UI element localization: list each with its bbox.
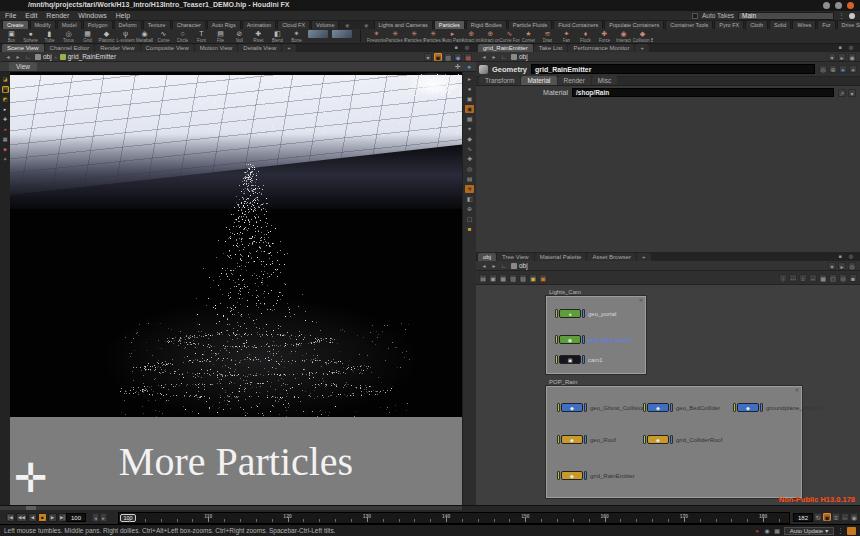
pane-tab[interactable]: obj	[478, 253, 496, 261]
toolbar-icon[interactable]: ◆	[2, 146, 9, 153]
toolbar-icon[interactable]: ↗	[838, 89, 846, 97]
shelf-tab[interactable]: Lights and Cameras	[374, 21, 433, 29]
toolbar-icon[interactable]: ▸	[2, 106, 9, 113]
toolbar-icon[interactable]: ✛	[454, 63, 462, 71]
pane-tab[interactable]: Performance Monitor	[568, 44, 634, 52]
network-canvas[interactable]: Lights_Cam ✕ ● geo_portal ◉ grid_light_b…	[476, 285, 860, 505]
shelf-tab[interactable]: Particles	[434, 21, 465, 29]
toolbar-icon[interactable]: ●	[465, 63, 473, 71]
pane-tab[interactable]: Render View	[95, 44, 139, 52]
toolbar-icon[interactable]: ▣	[2, 86, 9, 93]
toolbar-icon[interactable]: ◎	[465, 165, 474, 173]
viewport-horizontal-scrollbar[interactable]	[0, 506, 462, 510]
node-template-flag[interactable]	[557, 403, 560, 412]
toolbar-icon[interactable]: ▸	[100, 513, 107, 522]
params-path-root[interactable]: obj	[511, 53, 528, 60]
pane-tab[interactable]: +	[635, 44, 649, 52]
shelf-tab[interactable]: Wires	[792, 21, 816, 29]
toolbar-icon[interactable]: ∟	[24, 53, 32, 61]
toolbar-icon[interactable]: ≡	[832, 513, 840, 521]
shelf-tool[interactable]: ψ L-system	[117, 30, 134, 42]
current-frame-field[interactable]: 100	[66, 513, 86, 522]
toolbar-icon[interactable]: ✦	[465, 125, 474, 133]
material-path-field[interactable]: /shop/Rain	[572, 88, 834, 97]
parameter-tab[interactable]: Transform	[479, 76, 520, 85]
shelf-tab[interactable]: Container Tools	[665, 21, 713, 29]
shelf-tab[interactable]: Auto Rigs	[207, 21, 241, 29]
shelf-tab[interactable]: Volume	[311, 21, 339, 29]
toolbar-icon[interactable]: ◎	[839, 274, 847, 282]
update-menu-icon[interactable]: ⋮	[837, 527, 844, 535]
pane-tab[interactable]: Details View	[238, 44, 281, 52]
shelf-tool[interactable]: ○ Circle	[174, 30, 191, 42]
toolbar-icon[interactable]: ⊕	[829, 65, 837, 73]
shelf-tool[interactable]: ≋ Drag	[539, 30, 556, 42]
shelf-tool[interactable]: ∿ Curve	[155, 30, 172, 42]
network-node[interactable]: ◆ geo_Ghost_Collision	[557, 403, 645, 412]
toolbar-icon[interactable]: ▣	[465, 95, 474, 103]
toolbar-icon[interactable]: ◂	[4, 53, 12, 61]
toolbar-icon[interactable]: ◉	[848, 53, 856, 61]
toolbar-icon[interactable]: ↔	[841, 513, 849, 521]
node-display-flag[interactable]	[584, 403, 587, 412]
shelf-tab[interactable]: Fur	[817, 21, 835, 29]
toolbar-icon[interactable]: ◩	[2, 96, 9, 103]
network-node[interactable]: ◉ grid_light_boxes	[555, 335, 632, 344]
toolbar-icon[interactable]: ↻	[814, 513, 822, 521]
shelf-tab[interactable]: Pyro FX	[714, 21, 744, 29]
shelf-tool[interactable]: ✳ Particles fr..	[406, 30, 423, 42]
toolbar-icon[interactable]: ■	[836, 43, 844, 51]
pane-tab[interactable]: Channel Editor	[45, 44, 95, 52]
toolbar-icon[interactable]: ◎	[847, 252, 855, 260]
toolbar-icon[interactable]: ◂	[480, 53, 488, 61]
toolbar-icon[interactable]: ■	[465, 225, 474, 233]
toolbar-icon[interactable]: ◎	[848, 262, 856, 270]
view-tab[interactable]: View	[9, 62, 37, 71]
menu-item[interactable]: Windows	[78, 12, 106, 19]
node-name-field[interactable]: grid_RainEmitter	[531, 64, 815, 74]
shelf-tool[interactable]: ✦ Fan	[558, 30, 575, 42]
shelf-tool[interactable]: ▣ Box	[3, 30, 20, 42]
shelf-tool[interactable]: ◉ Metaball	[136, 30, 153, 42]
toolbar-icon[interactable]: ▸	[490, 53, 498, 61]
toolbar-icon[interactable]: ●	[2, 126, 9, 133]
menu-item[interactable]: Render	[46, 12, 69, 19]
shelf-tab[interactable]: Particle Fluids	[508, 21, 553, 29]
menu-item[interactable]: Help	[116, 12, 130, 19]
toolbar-icon[interactable]: ●	[753, 527, 761, 535]
toolbar-icon[interactable]: ◆	[454, 53, 462, 61]
shelf-tab[interactable]: Drive Simulation	[837, 21, 860, 29]
shelf-tool[interactable]: ✚ Rivet	[250, 30, 267, 42]
toolbar-icon[interactable]: ▦	[465, 115, 474, 123]
shelf-tool[interactable]: ✚ Force	[596, 30, 613, 42]
shelf-tool[interactable]: ⊕ Attract on..	[482, 30, 499, 42]
node-display-flag[interactable]	[582, 335, 585, 344]
menu-item[interactable]: File	[5, 12, 16, 19]
toolbar-icon[interactable]: ⋮	[779, 274, 787, 282]
shelf-tab[interactable]: Deform	[114, 21, 142, 29]
shelf-tool[interactable]: ★ Comet	[520, 30, 537, 42]
shelf-tab[interactable]: Texture	[143, 21, 171, 29]
take-selector[interactable]: Main	[738, 12, 834, 20]
node-template-flag[interactable]	[643, 403, 646, 412]
node-display-flag[interactable]	[584, 435, 587, 444]
shelf-tab[interactable]: Create	[2, 21, 29, 29]
shelf-tool[interactable]: ⊘ Null	[231, 30, 248, 42]
minimize-button[interactable]	[823, 2, 830, 9]
network-node[interactable]: ◆ grid_ColliderRoof	[643, 435, 722, 444]
takes-menu-icon[interactable]: ⋮	[838, 12, 845, 20]
toolbar-icon[interactable]: ▾	[828, 53, 836, 61]
toolbar-icon[interactable]: ▾	[424, 53, 432, 61]
shelf-tool[interactable]: ♦ Flock	[577, 30, 594, 42]
path-node-chip[interactable]: grid_RainEmitter	[60, 53, 116, 60]
toolbar-icon[interactable]: ◉	[763, 527, 771, 535]
shelf-tab[interactable]: Polygon	[83, 21, 113, 29]
toolbar-icon[interactable]: ◉	[465, 105, 474, 113]
toolbar-icon[interactable]: ◪	[2, 76, 9, 83]
toolbar-icon[interactable]: ▥	[509, 274, 517, 282]
pane-tab[interactable]: Take List	[534, 44, 568, 52]
playback-button[interactable]: ▶	[48, 513, 57, 522]
pane-tab[interactable]: Scene View	[2, 44, 44, 52]
parameter-tab[interactable]: Misc	[592, 76, 617, 85]
viewport-3d-scene[interactable]	[10, 72, 462, 417]
